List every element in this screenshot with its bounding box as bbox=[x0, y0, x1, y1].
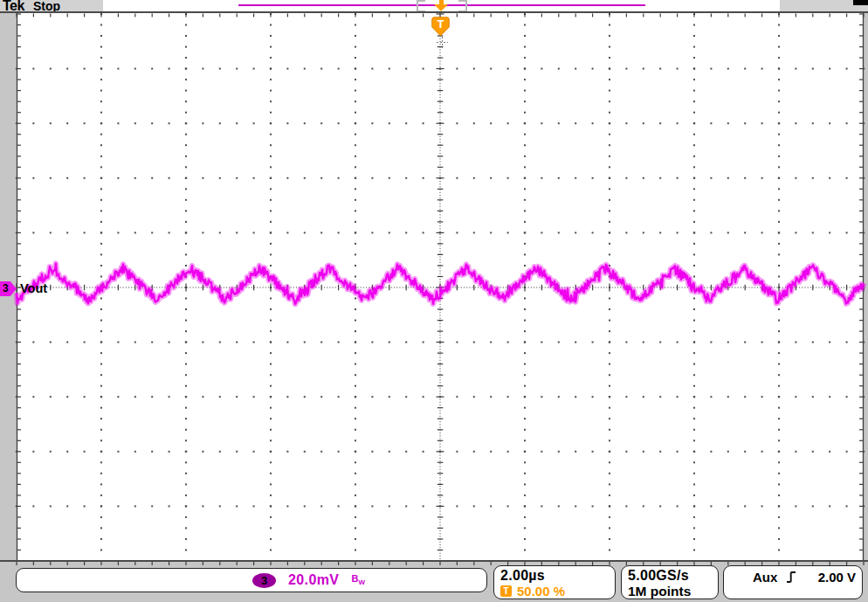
bottom-separator bbox=[0, 560, 868, 562]
bandwidth-limit-icon: BW bbox=[351, 573, 365, 586]
trigger-source-value: Aux bbox=[753, 570, 777, 585]
record-length-value: 1M points bbox=[628, 584, 718, 599]
trigger-t-icon: T bbox=[500, 585, 512, 597]
ch3-badge: 3 bbox=[252, 573, 276, 588]
trigger-readout[interactable]: Aux 2.00 V bbox=[723, 565, 863, 599]
trigger-position-value: 50.00 % bbox=[517, 584, 565, 599]
ch3-scale-readout[interactable]: 3 20.0mV BW bbox=[16, 568, 487, 592]
channel-label: Vout bbox=[20, 281, 47, 295]
pointer-crosshair-icon bbox=[437, 37, 448, 48]
trigger-flag-label: T bbox=[431, 17, 450, 31]
rising-edge-icon bbox=[786, 571, 797, 584]
trigger-level-value: 2.00 V bbox=[818, 570, 856, 585]
sample-rate-value: 5.00GS/s bbox=[628, 568, 718, 583]
acquisition-readout[interactable]: 5.00GS/s 1M points bbox=[621, 565, 719, 599]
trigger-flag[interactable]: T bbox=[431, 17, 450, 37]
horizontal-readout[interactable]: 2.00µs T 50.00 % bbox=[493, 565, 616, 599]
ch3-scale-value: 20.0mV bbox=[288, 572, 339, 588]
timebase-value: 2.00µs bbox=[500, 568, 615, 583]
graticule-display bbox=[0, 0, 868, 602]
